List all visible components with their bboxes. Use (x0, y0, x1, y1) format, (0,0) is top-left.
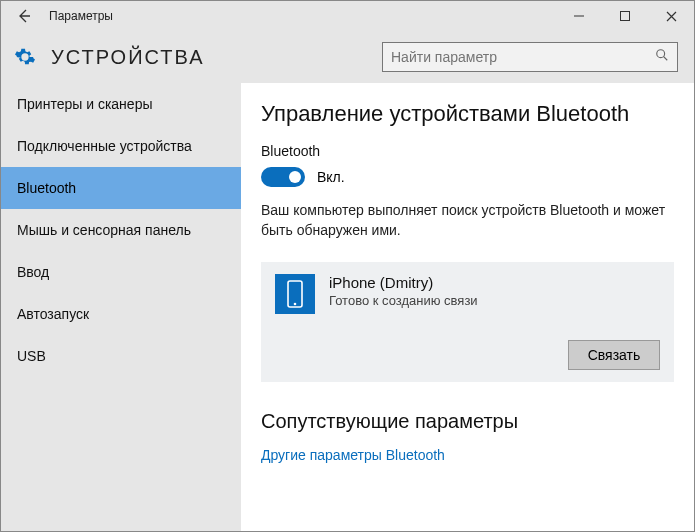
phone-icon (275, 274, 315, 314)
sidebar-item-printers[interactable]: Принтеры и сканеры (1, 83, 241, 125)
sidebar-item-mouse[interactable]: Мышь и сенсорная панель (1, 209, 241, 251)
header-bar: УСТРОЙСТВА (1, 31, 694, 83)
device-status: Готово к созданию связи (329, 293, 660, 308)
device-card[interactable]: iPhone (Dmitry) Готово к созданию связи … (261, 262, 674, 382)
search-input[interactable] (391, 49, 655, 65)
sidebar-item-input[interactable]: Ввод (1, 251, 241, 293)
close-button[interactable] (648, 1, 694, 31)
sidebar-item-label: Автозапуск (17, 306, 89, 322)
category-title: УСТРОЙСТВА (51, 46, 382, 69)
sidebar-item-label: USB (17, 348, 46, 364)
search-icon (655, 48, 669, 66)
bluetooth-toggle[interactable] (261, 167, 305, 187)
sidebar-item-label: Мышь и сенсорная панель (17, 222, 191, 238)
svg-rect-1 (621, 12, 630, 21)
toggle-section-label: Bluetooth (261, 143, 674, 159)
sidebar-item-label: Принтеры и сканеры (17, 96, 152, 112)
sidebar-item-usb[interactable]: USB (1, 335, 241, 377)
sidebar-item-connected-devices[interactable]: Подключенные устройства (1, 125, 241, 167)
page-title: Управление устройствами Bluetooth (261, 101, 674, 127)
sidebar-item-label: Подключенные устройства (17, 138, 192, 154)
search-box[interactable] (382, 42, 678, 72)
svg-point-6 (294, 303, 297, 306)
titlebar: Параметры (1, 1, 694, 31)
back-button[interactable] (1, 1, 47, 31)
svg-line-3 (664, 57, 668, 61)
sidebar: Принтеры и сканеры Подключенные устройст… (1, 83, 241, 531)
related-heading: Сопутствующие параметры (261, 410, 674, 433)
window-title: Параметры (47, 9, 556, 23)
minimize-button[interactable] (556, 1, 602, 31)
device-name: iPhone (Dmitry) (329, 274, 660, 291)
toggle-state-label: Вкл. (317, 169, 345, 185)
svg-point-2 (657, 50, 665, 58)
sidebar-item-bluetooth[interactable]: Bluetooth (1, 167, 241, 209)
pair-button-label: Связать (588, 347, 641, 363)
maximize-button[interactable] (602, 1, 648, 31)
content-pane: Управление устройствами Bluetooth Blueto… (241, 83, 694, 531)
sidebar-item-label: Bluetooth (17, 180, 76, 196)
related-link-more-bluetooth[interactable]: Другие параметры Bluetooth (261, 447, 674, 463)
pair-button[interactable]: Связать (568, 340, 660, 370)
gear-icon (13, 45, 37, 69)
sidebar-item-label: Ввод (17, 264, 49, 280)
discovery-description: Ваш компьютер выполняет поиск устройств … (261, 201, 674, 240)
sidebar-item-autoplay[interactable]: Автозапуск (1, 293, 241, 335)
